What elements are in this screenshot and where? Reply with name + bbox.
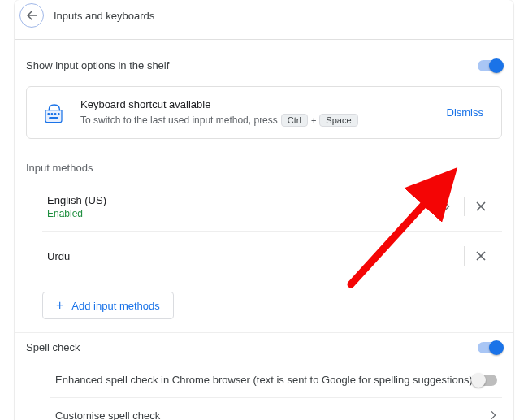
shelf-option-label: Show input options in the shelf xyxy=(26,59,169,71)
input-method-status: Enabled xyxy=(47,208,106,219)
tip-title: Keyboard shortcut available xyxy=(80,98,429,110)
back-button[interactable] xyxy=(19,3,44,28)
input-methods-heading: Input methods xyxy=(15,155,513,182)
customise-spell-label: Customise spell check xyxy=(55,409,160,420)
enhanced-spell-label: Enhanced spell check in Chrome browser (… xyxy=(55,374,473,386)
arrow-left-icon xyxy=(24,8,39,23)
close-icon xyxy=(475,201,487,212)
spell-check-toggle[interactable] xyxy=(478,342,502,353)
input-methods-list: English (US) Enabled Urdu xyxy=(15,182,513,332)
tip-desc-prefix: To switch to the last used input method,… xyxy=(80,115,278,126)
key-space: Space xyxy=(319,114,357,127)
enhanced-spell-toggle[interactable] xyxy=(473,375,497,386)
enhanced-spell-check-row: Enhanced spell check in Chrome browser (… xyxy=(50,362,502,397)
keyboard-icon xyxy=(41,102,66,123)
input-method-remove-button[interactable] xyxy=(465,190,497,223)
chevron-right-icon xyxy=(444,202,451,210)
input-method-detail-button[interactable] xyxy=(431,190,464,223)
close-icon xyxy=(475,250,487,262)
input-method-name: English (US) xyxy=(47,194,106,206)
svg-rect-3 xyxy=(58,113,60,115)
page-title: Inputs and keyboards xyxy=(54,10,154,22)
input-method-remove-button[interactable] xyxy=(465,240,497,272)
plus-icon: + xyxy=(311,115,316,125)
svg-rect-1 xyxy=(51,113,53,115)
add-input-methods-button[interactable]: + Add input methods xyxy=(42,292,174,319)
key-ctrl: Ctrl xyxy=(281,114,308,127)
svg-rect-0 xyxy=(48,113,50,115)
input-method-name: Urdu xyxy=(47,250,70,262)
shelf-option-toggle[interactable] xyxy=(478,60,502,71)
add-input-methods-label: Add input methods xyxy=(71,300,159,312)
shortcut-tip-card: Keyboard shortcut available To switch to… xyxy=(26,86,502,139)
dismiss-button[interactable]: Dismiss xyxy=(444,102,487,123)
input-method-row[interactable]: Urdu xyxy=(42,232,502,280)
customise-spell-row[interactable]: Customise spell check xyxy=(50,397,502,420)
chevron-right-icon xyxy=(491,409,497,420)
svg-rect-2 xyxy=(54,113,57,115)
plus-icon: + xyxy=(56,299,63,312)
input-method-row[interactable]: English (US) Enabled xyxy=(42,182,502,232)
spell-check-heading: Spell check xyxy=(26,341,80,353)
svg-rect-4 xyxy=(49,117,58,119)
tip-description: To switch to the last used input method,… xyxy=(80,114,429,127)
